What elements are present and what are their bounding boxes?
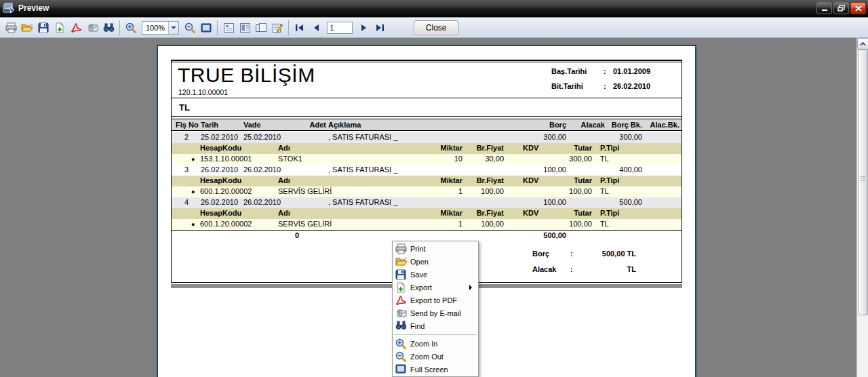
page-setup-button[interactable]	[220, 20, 237, 36]
export-to-pdf-icon	[71, 22, 81, 33]
start-date-value: 01.01.2009	[613, 67, 650, 75]
zoom-in-icon	[125, 22, 136, 33]
window-title: Preview	[18, 3, 49, 13]
zoom-out-icon	[184, 22, 195, 33]
facing-pages-button[interactable]	[253, 20, 269, 36]
menu-item-find[interactable]: Find	[393, 319, 478, 332]
cell-borc-bk: 300,00	[619, 133, 642, 141]
preview-window: Preview 100%	[0, 0, 868, 377]
cell-hesap-kodu: 153.1.10.00001	[200, 155, 252, 163]
subheader-hesap-kodu: HesapKodu	[200, 176, 241, 184]
menu-item-full-screen[interactable]: Full Screen	[393, 363, 478, 376]
restore-button[interactable]	[833, 2, 849, 14]
subheader-miktar: Miktar	[441, 176, 462, 184]
next-page-icon	[360, 24, 368, 32]
export-icon	[395, 282, 406, 293]
end-date-value: 26.02.2010	[613, 82, 650, 90]
subheader-p-tipi: P.Tipi	[600, 209, 619, 217]
facing-pages-icon	[255, 22, 267, 33]
continuous-view-button[interactable]	[237, 20, 253, 36]
subheader-miktar: Miktar	[441, 209, 462, 217]
prev-page-button[interactable]	[308, 20, 324, 36]
menu-item-zoom-out[interactable]: Zoom Out	[393, 350, 478, 363]
page-number-input[interactable]	[327, 22, 353, 34]
cell-adi: STOK1	[278, 155, 302, 163]
full-screen-icon	[395, 364, 406, 375]
menu-item-zoom-in[interactable]: Zoom In	[393, 337, 478, 350]
zoom-level-value: 100%	[142, 24, 168, 32]
first-page-button[interactable]	[292, 20, 308, 36]
print-icon	[5, 22, 17, 33]
total-adet: 0	[280, 231, 314, 239]
menu-item-print[interactable]: Print	[393, 242, 478, 255]
cell-fis-no: 3	[176, 165, 197, 174]
minimize-button[interactable]	[816, 2, 832, 14]
cell-fis-no: 2	[176, 133, 197, 141]
cell-tarih: 26.02.2010	[201, 198, 238, 206]
subheader-tutar: Tutar	[574, 209, 592, 217]
cell-p-tipi: TL	[600, 155, 609, 163]
menu-item-export[interactable]: Export	[393, 281, 478, 294]
header-tarih: Tarih	[201, 121, 218, 129]
cell-vade: 25.02.2010	[243, 133, 281, 141]
cell-tutar: 300,00	[569, 155, 592, 163]
subheader-kdv: KDV	[523, 209, 538, 217]
menu-separator	[394, 334, 477, 335]
next-page-button[interactable]	[355, 20, 372, 36]
cell-br-fiyat: 100,00	[481, 220, 504, 228]
scroll-up-button[interactable]	[857, 38, 868, 49]
last-page-button[interactable]	[372, 20, 388, 36]
zoom-in-button[interactable]	[123, 20, 139, 36]
find-icon	[103, 23, 115, 33]
send-by-email-button[interactable]	[84, 20, 100, 36]
cell-miktar: 1	[458, 220, 462, 228]
company-name: TRUE BİLİŞİM	[178, 64, 315, 87]
header-borc-bk: Borç Bk.	[612, 121, 642, 129]
detail-header-row: HesapKoduAdıMiktarBr.FiyatKDVTutarP.Tipi	[172, 176, 682, 186]
subheader-miktar: Miktar	[441, 144, 462, 152]
menu-item-save[interactable]: Save	[393, 268, 478, 281]
export-icon	[54, 22, 65, 33]
header-borc: Borç	[549, 121, 566, 129]
zoom-level-select[interactable]: 100%	[142, 21, 179, 35]
cell-borc: 100,00	[543, 165, 566, 174]
menu-item-send-by-e-mail[interactable]: Send by E-mail	[393, 306, 478, 319]
print-button[interactable]	[3, 20, 19, 36]
preview-close-button[interactable]: Close	[414, 20, 458, 35]
first-page-icon	[295, 24, 304, 32]
menu-item-label: Send by E-mail	[410, 309, 461, 317]
vertical-scrollbar[interactable]	[856, 38, 868, 377]
cell-vade: 26.02.2010	[243, 198, 281, 206]
save-button[interactable]	[35, 20, 52, 36]
full-screen-button[interactable]	[198, 20, 214, 36]
cell-tarih: 26.02.2010	[201, 165, 238, 174]
cell-hesap-kodu: 600.1.20.00002	[200, 220, 252, 228]
close-button[interactable]	[850, 2, 866, 14]
detail-header-row: HesapKoduAdıMiktarBr.FiyatKDVTutarP.Tipi	[172, 208, 682, 219]
header-vade: Vade	[243, 121, 261, 129]
subheader-adi: Adı	[278, 144, 290, 152]
menu-item-open[interactable]: Open	[393, 255, 478, 268]
cell-hesap-kodu: 600.1.20.00002	[200, 187, 252, 195]
cell-borc-bk: 400,00	[619, 165, 642, 174]
subheader-tutar: Tutar	[574, 176, 592, 184]
subheader-kdv: KDV	[523, 144, 538, 152]
detail-row: ●153.1.10.00001STOK11030,00300,00TL	[172, 154, 682, 165]
edit-page-button[interactable]	[269, 20, 285, 36]
export-button[interactable]	[52, 20, 68, 36]
open-button[interactable]	[19, 20, 35, 36]
export-to-pdf-button[interactable]	[68, 20, 84, 36]
find-button[interactable]	[100, 20, 117, 36]
subheader-br-fiyat: Br.Fiyat	[477, 176, 504, 184]
scrollbar-thumb[interactable]	[858, 49, 868, 315]
chevron-down-icon[interactable]	[168, 22, 178, 34]
cell-tutar: 100,00	[569, 187, 592, 195]
menu-item-label: Full Screen	[410, 365, 448, 374]
report-table: Fiş NoTarihVadeAdetAçıklamaBorçAlacakBor…	[172, 119, 682, 241]
zoom-out-button[interactable]	[182, 20, 198, 36]
menu-item-export-to-pdf[interactable]: Export to PDF	[393, 294, 478, 306]
subheader-p-tipi: P.Tipi	[600, 176, 619, 184]
voucher-row: 225.02.201025.02.2010, SATIS FATURASI _3…	[172, 132, 682, 143]
header-alac-bk: Alac.Bk.	[650, 121, 679, 129]
cell-adi: SERVİS GELİRİ	[278, 187, 332, 195]
